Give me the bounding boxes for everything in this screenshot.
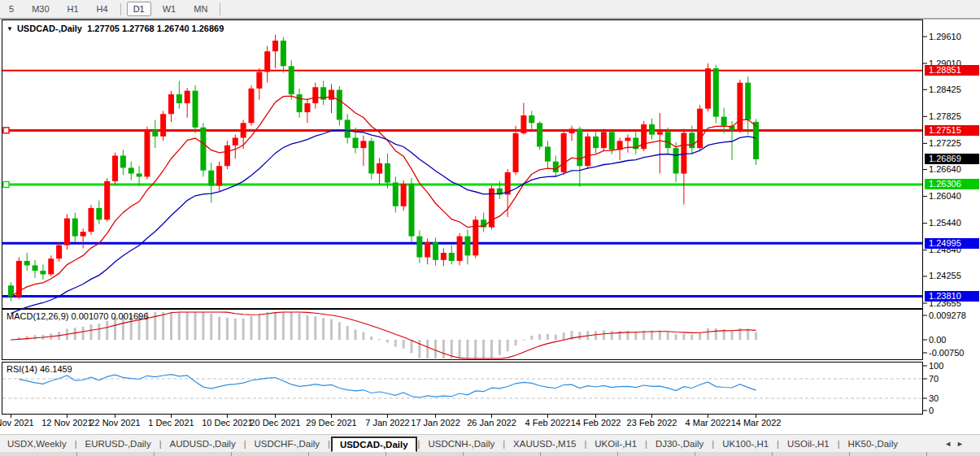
price-badge: 1.27515 (925, 125, 979, 136)
timeframe-button-mn[interactable]: MN (187, 2, 214, 16)
macd-histogram-bar (386, 340, 389, 342)
candle (473, 216, 478, 258)
macd-histogram-bar (178, 312, 181, 340)
tab-usdchf-daily[interactable]: USDCHF-,Daily (247, 436, 328, 451)
tab-xauusd-m15[interactable]: XAUUSD-,M15 (506, 436, 583, 451)
price-line-handle[interactable] (3, 128, 9, 133)
macd-histogram-bar (595, 331, 597, 340)
price-badge: 1.26306 (925, 179, 979, 189)
tab-hk50-daily[interactable]: HK50-,Daily (841, 436, 905, 451)
rsi-indicator-label: RSI(14) 46.1459 (7, 364, 72, 374)
tab-audusd-daily[interactable]: AUDUSD-,Daily (163, 436, 243, 451)
rsi-axis-label: 70 (929, 374, 939, 384)
y-axis-tick-label: 1.28425 (929, 85, 961, 94)
y-axis-tick-label: 1.25440 (929, 218, 961, 228)
candle (537, 121, 542, 150)
macd-histogram-bar (322, 318, 324, 340)
price-line-handle[interactable] (3, 181, 9, 187)
y-axis-tick-label: 1.29610 (929, 32, 961, 41)
macd-histogram-bar (547, 334, 549, 340)
macd-histogram-bar (290, 312, 293, 340)
rsi-name: RSI(14) (7, 364, 37, 374)
macd-histogram-bar (90, 324, 93, 340)
macd-histogram-bar (370, 337, 372, 340)
macd-histogram-bar (619, 331, 621, 340)
macd-histogram-bar (755, 332, 757, 340)
macd-histogram-bar (82, 327, 85, 340)
candle (193, 85, 198, 133)
price-badge: 1.23810 (925, 291, 979, 302)
macd-histogram-bar (442, 340, 445, 358)
macd-histogram-bar (675, 334, 677, 340)
macd-histogram-bar (490, 340, 493, 358)
tabbar-scroll-strip[interactable] (0, 452, 980, 456)
macd-histogram-bar (266, 312, 268, 340)
candle (144, 127, 150, 180)
candle (104, 178, 110, 221)
instrument-tab-bar: USDX,Weekly|EURUSD-,Daily|AUDUSD-,Daily|… (0, 434, 980, 453)
chart-ohlc-values: 1.27705 1.27768 1.26740 1.26869 (87, 24, 224, 33)
macd-histogram-bar (530, 336, 533, 340)
main-price-pane[interactable] (2, 20, 923, 309)
macd-histogram-bar (563, 332, 565, 340)
macd-histogram-bar (459, 340, 461, 358)
macd-histogram-bar (747, 329, 749, 340)
macd-histogram-bar (555, 335, 557, 340)
macd-histogram-bar (507, 340, 509, 351)
timeframe-button-h1[interactable]: H1 (61, 2, 85, 16)
tab-scroll-right-icon[interactable]: ► (956, 440, 969, 448)
macd-histogram-bar (226, 318, 229, 340)
toolbar-separator (220, 3, 220, 15)
tab-eurusd-daily[interactable]: EURUSD-,Daily (78, 436, 159, 451)
rsi-axis-label: 100 (929, 361, 943, 371)
y-axis-tick-label: 1.26040 (929, 191, 961, 201)
rsi-pane[interactable] (2, 363, 923, 415)
macd-histogram-bar (242, 319, 245, 340)
timeframe-button-w1[interactable]: W1 (156, 2, 183, 16)
macd-histogram-bar (378, 339, 381, 340)
tab-uk100-h1[interactable]: UK100-,H1 (715, 436, 776, 451)
macd-axis-label: 0.009278 (929, 311, 966, 320)
timeframe-button-m30[interactable]: M30 (25, 2, 55, 16)
tab-usdcnh-daily[interactable]: USDCNH-,Daily (420, 436, 502, 451)
candle (713, 65, 719, 124)
macd-histogram-bar (218, 317, 220, 340)
chart-canvas[interactable] (0, 0, 980, 456)
tab-usdcad-daily[interactable]: USDCAD-,Daily (331, 436, 417, 452)
date-axis-label: 14 Mar 2022 (722, 418, 791, 428)
candle (337, 86, 342, 125)
candle (249, 85, 255, 126)
timeframe-button-h4[interactable]: H4 (90, 2, 115, 16)
macd-histogram-bar (338, 322, 341, 340)
tab-dj30-daily[interactable]: DJ30-,Daily (648, 436, 711, 451)
chart-collapse-icon[interactable]: ▼ (7, 25, 13, 33)
macd-histogram-bar (634, 332, 637, 340)
timeframe-button-5[interactable]: 5 (2, 2, 20, 16)
candle (160, 111, 166, 141)
candle (64, 214, 70, 250)
macd-histogram-bar (282, 312, 285, 340)
candle (561, 130, 567, 175)
candle (368, 137, 374, 179)
macd-histogram-bar (170, 312, 172, 340)
macd-histogram-bar (403, 340, 405, 349)
tab-ukoil-h1[interactable]: UKOil-,H1 (587, 436, 644, 451)
price-badge: 1.28851 (925, 65, 979, 76)
tab-usoil-h1[interactable]: USOil-,H1 (780, 436, 837, 451)
chart-title: ▼USDCAD-,Daily 1.27705 1.27768 1.26740 1… (7, 24, 224, 33)
macd-histogram-bar (74, 328, 76, 340)
macd-histogram-bar (731, 330, 734, 340)
candle (601, 128, 607, 151)
candle (200, 123, 206, 176)
candle (585, 133, 590, 169)
rsi-axis-label: 0 (929, 406, 934, 415)
macd-histogram-bar (346, 326, 349, 340)
candle (89, 205, 94, 235)
macd-histogram-bar (258, 314, 260, 340)
macd-histogram-bar (699, 332, 701, 340)
tab-usdx-weekly[interactable]: USDX,Weekly (0, 436, 74, 451)
tab-scroll-left-icon[interactable]: ◄ (944, 440, 956, 448)
timeframe-button-d1[interactable]: D1 (127, 2, 151, 16)
macd-histogram-bar (466, 340, 468, 358)
candle (457, 233, 463, 266)
